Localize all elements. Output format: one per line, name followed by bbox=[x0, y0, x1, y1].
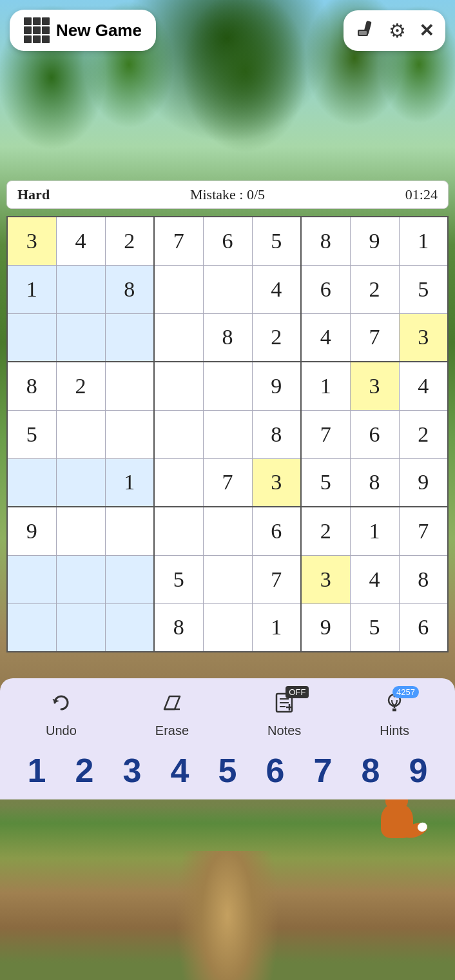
sudoku-cell[interactable]: 3 bbox=[301, 555, 350, 603]
sudoku-cell[interactable] bbox=[56, 458, 105, 507]
number-pad-3[interactable]: 3 bbox=[111, 751, 153, 790]
undo-button[interactable]: Undo bbox=[46, 691, 77, 738]
sudoku-cell[interactable] bbox=[56, 410, 105, 458]
sudoku-cell[interactable]: 8 bbox=[301, 217, 350, 265]
sudoku-cell[interactable]: 7 bbox=[399, 507, 448, 555]
sudoku-cell[interactable]: 3 bbox=[399, 313, 448, 362]
undo-label: Undo bbox=[46, 723, 77, 738]
sudoku-cell[interactable] bbox=[7, 603, 56, 652]
sudoku-cell[interactable] bbox=[154, 410, 203, 458]
sudoku-cell[interactable] bbox=[154, 313, 203, 362]
sudoku-cell[interactable]: 2 bbox=[105, 217, 154, 265]
sudoku-cell[interactable] bbox=[105, 313, 154, 362]
sudoku-cell[interactable]: 1 bbox=[252, 603, 301, 652]
sudoku-cell[interactable] bbox=[7, 313, 56, 362]
sudoku-cell[interactable]: 1 bbox=[399, 217, 448, 265]
sudoku-cell[interactable]: 2 bbox=[399, 410, 448, 458]
sudoku-cell[interactable]: 2 bbox=[252, 313, 301, 362]
sudoku-cell[interactable] bbox=[154, 458, 203, 507]
settings-icon[interactable]: ⚙ bbox=[389, 19, 406, 42]
sudoku-cell[interactable] bbox=[56, 313, 105, 362]
sudoku-cell[interactable]: 6 bbox=[301, 265, 350, 313]
sudoku-cell[interactable]: 9 bbox=[399, 458, 448, 507]
sudoku-cell[interactable] bbox=[203, 362, 252, 410]
sudoku-cell[interactable]: 1 bbox=[350, 507, 399, 555]
hints-button[interactable]: 4257 Hints bbox=[380, 691, 409, 738]
sudoku-cell[interactable]: 5 bbox=[350, 603, 399, 652]
sudoku-cell[interactable]: 4 bbox=[252, 265, 301, 313]
notes-label: Notes bbox=[267, 723, 301, 738]
sudoku-cell[interactable] bbox=[203, 507, 252, 555]
sudoku-cell[interactable]: 4 bbox=[350, 555, 399, 603]
number-pad-7[interactable]: 7 bbox=[302, 751, 344, 790]
sudoku-cell[interactable]: 6 bbox=[350, 410, 399, 458]
number-pad-5[interactable]: 5 bbox=[207, 751, 249, 790]
sudoku-cell[interactable]: 3 bbox=[7, 217, 56, 265]
sudoku-cell[interactable]: 7 bbox=[154, 217, 203, 265]
sudoku-cell[interactable]: 2 bbox=[350, 265, 399, 313]
sudoku-cell[interactable]: 5 bbox=[154, 555, 203, 603]
sudoku-cell[interactable]: 7 bbox=[301, 410, 350, 458]
new-game-button[interactable]: New Game bbox=[10, 10, 156, 51]
sudoku-cell[interactable]: 5 bbox=[7, 410, 56, 458]
sudoku-cell[interactable] bbox=[56, 555, 105, 603]
sudoku-cell[interactable]: 9 bbox=[252, 362, 301, 410]
sudoku-cell[interactable]: 7 bbox=[252, 555, 301, 603]
sudoku-cell[interactable]: 7 bbox=[350, 313, 399, 362]
close-icon[interactable]: ✕ bbox=[419, 20, 434, 41]
number-pad-1[interactable]: 1 bbox=[16, 751, 58, 790]
notes-button[interactable]: OFF Notes bbox=[267, 691, 301, 738]
sudoku-cell[interactable] bbox=[105, 410, 154, 458]
sudoku-cell[interactable]: 4 bbox=[56, 217, 105, 265]
sudoku-cell[interactable]: 8 bbox=[105, 265, 154, 313]
sudoku-cell[interactable]: 8 bbox=[7, 362, 56, 410]
sudoku-cell[interactable]: 7 bbox=[203, 458, 252, 507]
sudoku-cell[interactable] bbox=[7, 458, 56, 507]
sudoku-cell[interactable] bbox=[7, 555, 56, 603]
sudoku-cell[interactable] bbox=[105, 603, 154, 652]
number-pad-6[interactable]: 6 bbox=[255, 751, 296, 790]
number-pad-8[interactable]: 8 bbox=[350, 751, 392, 790]
sudoku-cell[interactable]: 8 bbox=[203, 313, 252, 362]
sudoku-cell[interactable]: 2 bbox=[301, 507, 350, 555]
sudoku-cell[interactable] bbox=[154, 265, 203, 313]
sudoku-cell[interactable]: 5 bbox=[301, 458, 350, 507]
sudoku-cell[interactable]: 1 bbox=[7, 265, 56, 313]
sudoku-cell[interactable] bbox=[105, 555, 154, 603]
sudoku-cell[interactable] bbox=[105, 362, 154, 410]
sudoku-cell[interactable] bbox=[203, 603, 252, 652]
sudoku-cell[interactable]: 2 bbox=[56, 362, 105, 410]
sudoku-cell[interactable]: 4 bbox=[399, 362, 448, 410]
sudoku-cell[interactable]: 5 bbox=[399, 265, 448, 313]
sudoku-cell[interactable]: 9 bbox=[301, 603, 350, 652]
sudoku-cell[interactable]: 1 bbox=[105, 458, 154, 507]
sudoku-cell[interactable] bbox=[203, 265, 252, 313]
sudoku-cell[interactable] bbox=[56, 265, 105, 313]
number-pad-4[interactable]: 4 bbox=[159, 751, 201, 790]
sudoku-cell[interactable] bbox=[56, 507, 105, 555]
sudoku-cell[interactable]: 8 bbox=[154, 603, 203, 652]
sudoku-cell[interactable]: 5 bbox=[252, 217, 301, 265]
sudoku-cell[interactable]: 6 bbox=[399, 603, 448, 652]
sudoku-cell[interactable] bbox=[203, 555, 252, 603]
number-pad-9[interactable]: 9 bbox=[398, 751, 440, 790]
sudoku-cell[interactable]: 4 bbox=[301, 313, 350, 362]
sudoku-cell[interactable]: 3 bbox=[252, 458, 301, 507]
sudoku-cell[interactable]: 1 bbox=[301, 362, 350, 410]
sudoku-cell[interactable] bbox=[154, 362, 203, 410]
sudoku-cell[interactable]: 6 bbox=[203, 217, 252, 265]
sudoku-cell[interactable] bbox=[203, 410, 252, 458]
erase-button[interactable]: Erase bbox=[155, 691, 189, 738]
sudoku-cell[interactable] bbox=[105, 507, 154, 555]
number-pad-2[interactable]: 2 bbox=[64, 751, 106, 790]
sudoku-cell[interactable]: 3 bbox=[350, 362, 399, 410]
sudoku-cell[interactable]: 9 bbox=[350, 217, 399, 265]
paint-icon[interactable] bbox=[355, 18, 376, 43]
sudoku-cell[interactable] bbox=[56, 603, 105, 652]
sudoku-cell[interactable]: 6 bbox=[252, 507, 301, 555]
sudoku-cell[interactable] bbox=[154, 507, 203, 555]
sudoku-cell[interactable]: 8 bbox=[399, 555, 448, 603]
sudoku-cell[interactable]: 8 bbox=[350, 458, 399, 507]
sudoku-cell[interactable]: 8 bbox=[252, 410, 301, 458]
sudoku-cell[interactable]: 9 bbox=[7, 507, 56, 555]
